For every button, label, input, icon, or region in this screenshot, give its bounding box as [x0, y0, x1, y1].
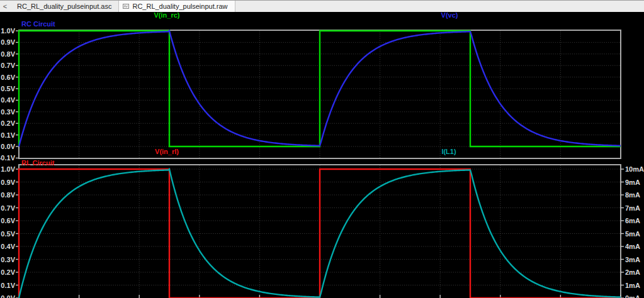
- tab-bar: < RC_RL_duality_pulseinput.asc RC_RL_dua…: [0, 0, 644, 12]
- y-axis-right-label[interactable]: 5mA: [625, 230, 640, 238]
- y-axis-left-label[interactable]: 1.0V: [1, 165, 15, 173]
- y-axis-right-label[interactable]: 2mA: [625, 268, 640, 276]
- trace-label-v-in-rl[interactable]: V(in_rl): [155, 148, 179, 155]
- waveform-plot-area[interactable]: 1.0V0.9V0.8V0.7V0.6V0.5V0.4V0.3V0.2V0.1V…: [0, 12, 644, 298]
- tab-scroll-left-chevron[interactable]: <: [0, 1, 10, 12]
- y-axis-left-label[interactable]: 0.2V: [1, 119, 15, 127]
- y-axis-left-label[interactable]: 0.6V: [1, 74, 15, 81]
- y-axis-left-label[interactable]: 0.5V: [1, 85, 15, 92]
- y-axis-left-label[interactable]: 0.5V: [1, 230, 15, 238]
- y-axis-left-label[interactable]: 0.0V: [1, 143, 15, 150]
- tab-label: RC_RL_duality_pulseinput.raw: [132, 3, 227, 10]
- y-axis-left-label[interactable]: 0.3V: [1, 256, 15, 263]
- y-axis-left-label[interactable]: 0.8V: [1, 191, 15, 199]
- y-axis-left-label[interactable]: 0.9V: [1, 179, 15, 186]
- y-axis-left-label[interactable]: 0.1V: [1, 282, 15, 289]
- y-axis-right-label[interactable]: 0mA: [625, 294, 640, 298]
- annotation-rl-circuit: RL Circuit: [21, 160, 54, 167]
- y-axis-left-label[interactable]: 0.9V: [1, 38, 15, 46]
- y-axis-left-label[interactable]: 0.8V: [1, 50, 15, 58]
- y-axis-left-label[interactable]: -0.1V: [0, 154, 16, 162]
- y-axis-left-label[interactable]: 0.6V: [1, 217, 15, 224]
- y-axis-right-label[interactable]: 1mA: [625, 282, 640, 289]
- tab-schematic-file[interactable]: RC_RL_duality_pulseinput.asc: [10, 1, 118, 12]
- ltspice-window: < RC_RL_duality_pulseinput.asc RC_RL_dua…: [0, 0, 644, 298]
- y-axis-left-label[interactable]: 0.4V: [1, 243, 15, 250]
- y-axis-right-label[interactable]: 4mA: [625, 243, 640, 250]
- trace-label-i-l1[interactable]: I(L1): [441, 148, 456, 155]
- y-axis-right-label[interactable]: 8mA: [625, 191, 640, 199]
- y-axis-left-label[interactable]: 0.7V: [1, 62, 15, 69]
- annotation-rc-circuit: RC Circuit: [21, 21, 55, 28]
- y-axis-left-label[interactable]: 0.7V: [1, 204, 15, 212]
- y-axis-left-label[interactable]: 0.3V: [1, 108, 15, 116]
- trace-label-v-vc[interactable]: V(vc): [441, 12, 458, 19]
- y-axis-right-label[interactable]: 6mA: [625, 217, 640, 224]
- y-axis-left-label[interactable]: 0.0V: [1, 294, 15, 298]
- trace-label-v-in-rc[interactable]: V(in_rc): [154, 12, 180, 19]
- y-axis-left-label[interactable]: 0.2V: [1, 268, 15, 276]
- y-axis-left-label[interactable]: 0.1V: [1, 131, 15, 139]
- y-axis-right-label[interactable]: 7mA: [625, 204, 640, 212]
- y-axis-right-label[interactable]: 10mA: [625, 165, 644, 173]
- y-axis-left-label[interactable]: 0.4V: [1, 96, 15, 104]
- y-axis-left-label[interactable]: 1.0V: [1, 27, 15, 35]
- y-axis-right-label[interactable]: 3mA: [625, 256, 640, 263]
- tab-label: RC_RL_duality_pulseinput.asc: [17, 3, 111, 10]
- tab-waveform-file[interactable]: RC_RL_duality_pulseinput.raw: [118, 1, 235, 12]
- waveform-file-icon: [123, 3, 129, 9]
- y-axis-right-label[interactable]: 9mA: [625, 179, 640, 186]
